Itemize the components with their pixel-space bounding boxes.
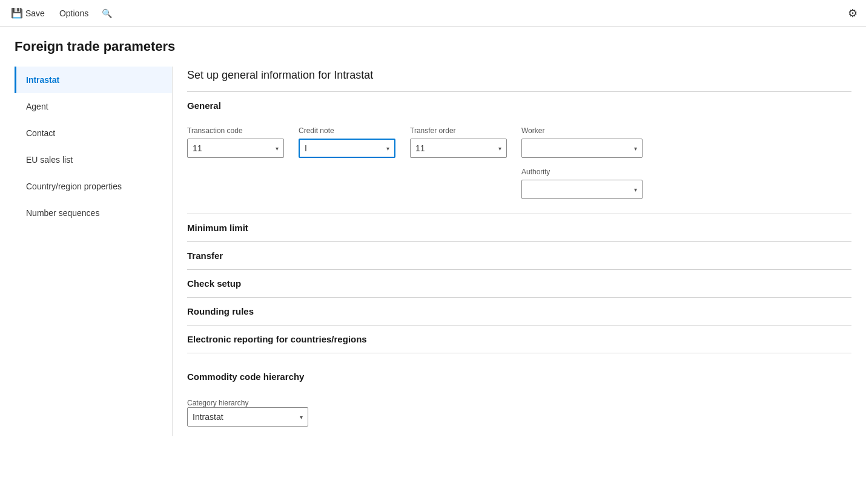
general-fields-row: Transaction code 11 ▾ Credit note I ▾ xyxy=(187,126,851,199)
sidebar-item-eu-sales-list[interactable]: EU sales list xyxy=(15,146,172,173)
authority-chevron: ▾ xyxy=(634,186,637,193)
transfer-header[interactable]: Transfer xyxy=(187,242,851,269)
transaction-code-value: 11 xyxy=(193,143,202,153)
authority-label: Authority xyxy=(521,168,643,176)
credit-note-chevron: ▾ xyxy=(386,145,389,152)
main-content: Set up general information for Intrastat… xyxy=(172,67,851,436)
minimum-limit-section: Minimum limit xyxy=(187,214,851,242)
credit-note-select[interactable]: I ▾ xyxy=(299,139,395,158)
content-layout: Intrastat Agent Contact EU sales list Co… xyxy=(15,67,851,436)
transaction-code-group: Transaction code 11 ▾ xyxy=(187,126,284,199)
sidebar-item-agent[interactable]: Agent xyxy=(15,93,172,120)
category-hierarchy-chevron: ▾ xyxy=(300,414,303,421)
electronic-reporting-section: Electronic reporting for countries/regio… xyxy=(187,326,851,353)
sidebar-item-number-sequences[interactable]: Number sequences xyxy=(15,200,172,226)
category-hierarchy-select[interactable]: Intrastat ▾ xyxy=(187,407,308,427)
transaction-code-chevron: ▾ xyxy=(276,145,279,152)
save-button[interactable]: 💾 Save xyxy=(5,4,51,22)
settings-icon: ⚙ xyxy=(848,7,858,19)
check-setup-section: Check setup xyxy=(187,270,851,298)
category-hierarchy-group: Category hierarchy Intrastat ▾ xyxy=(187,398,851,427)
sidebar-item-intrastat[interactable]: Intrastat xyxy=(15,67,172,93)
search-icon: 🔍 xyxy=(102,8,112,18)
commodity-section: Commodity code hierarchy Category hierar… xyxy=(187,353,851,436)
credit-note-value: I xyxy=(305,143,307,153)
minimum-limit-header[interactable]: Minimum limit xyxy=(187,214,851,241)
credit-note-label: Credit note xyxy=(299,126,395,135)
worker-label: Worker xyxy=(521,126,643,135)
worker-chevron: ▾ xyxy=(634,145,637,152)
electronic-reporting-header[interactable]: Electronic reporting for countries/regio… xyxy=(187,326,851,353)
category-hierarchy-value: Intrastat xyxy=(193,412,223,422)
intrastat-section-title: Set up general information for Intrastat xyxy=(187,67,851,82)
toolbar: 💾 Save Options 🔍 ⚙ xyxy=(0,0,866,27)
transaction-code-label: Transaction code xyxy=(187,126,284,135)
general-header[interactable]: General xyxy=(187,92,851,119)
transfer-order-select[interactable]: 11 ▾ xyxy=(410,139,507,158)
sidebar-item-contact[interactable]: Contact xyxy=(15,120,172,146)
page-title: Foreign trade parameters xyxy=(15,39,851,54)
page-container: Foreign trade parameters Intrastat Agent… xyxy=(0,27,866,436)
save-label: Save xyxy=(25,8,45,18)
transaction-code-select[interactable]: 11 ▾ xyxy=(187,139,284,158)
transfer-order-chevron: ▾ xyxy=(498,145,501,152)
toolbar-right: ⚙ xyxy=(844,3,861,24)
commodity-header[interactable]: Commodity code hierarchy xyxy=(187,363,851,390)
transfer-section: Transfer xyxy=(187,242,851,270)
transfer-order-group: Transfer order 11 ▾ xyxy=(410,126,507,199)
settings-icon-button[interactable]: ⚙ xyxy=(844,3,861,24)
transfer-order-label: Transfer order xyxy=(410,126,507,135)
rounding-rules-section: Rounding rules xyxy=(187,298,851,326)
worker-group: Worker ▾ xyxy=(521,126,643,158)
general-section: General Transaction code 11 ▾ Credit not… xyxy=(187,92,851,214)
search-button[interactable]: 🔍 xyxy=(97,6,117,21)
worker-select[interactable]: ▾ xyxy=(521,139,643,158)
sidebar: Intrastat Agent Contact EU sales list Co… xyxy=(15,67,172,436)
options-label: Options xyxy=(59,8,88,18)
save-icon: 💾 xyxy=(11,7,23,19)
authority-select[interactable]: ▾ xyxy=(521,180,643,199)
rounding-rules-header[interactable]: Rounding rules xyxy=(187,298,851,325)
credit-note-group: Credit note I ▾ xyxy=(299,126,395,199)
category-hierarchy-label: Category hierarchy xyxy=(187,399,248,407)
transfer-order-value: 11 xyxy=(415,143,425,153)
sidebar-item-country-region[interactable]: Country/region properties xyxy=(15,173,172,200)
options-button[interactable]: Options xyxy=(53,5,94,22)
worker-authority-col: Worker ▾ Authority ▾ xyxy=(521,126,643,199)
check-setup-header[interactable]: Check setup xyxy=(187,270,851,297)
authority-group: Authority ▾ xyxy=(521,168,643,199)
